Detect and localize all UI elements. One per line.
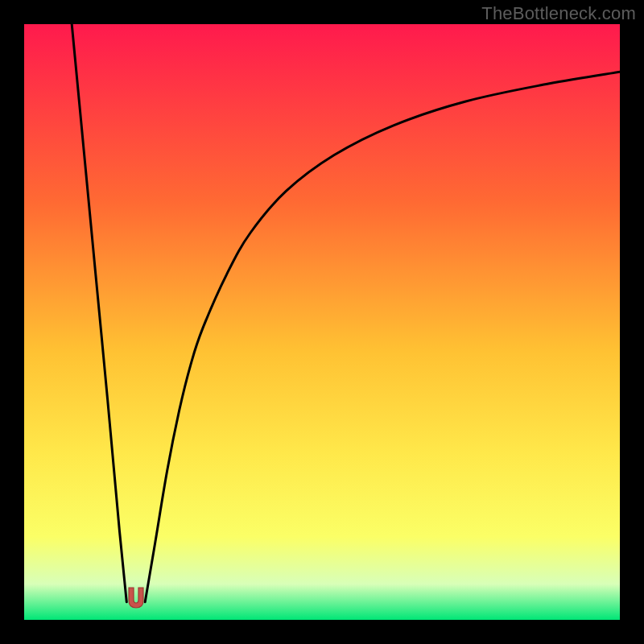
watermark-text: TheBottleneck.com: [481, 3, 636, 24]
plot-area: [24, 24, 620, 620]
minimum-marker-icon: [124, 586, 148, 610]
chart-frame: TheBottleneck.com: [0, 0, 644, 644]
bottleneck-curve: [24, 24, 620, 620]
